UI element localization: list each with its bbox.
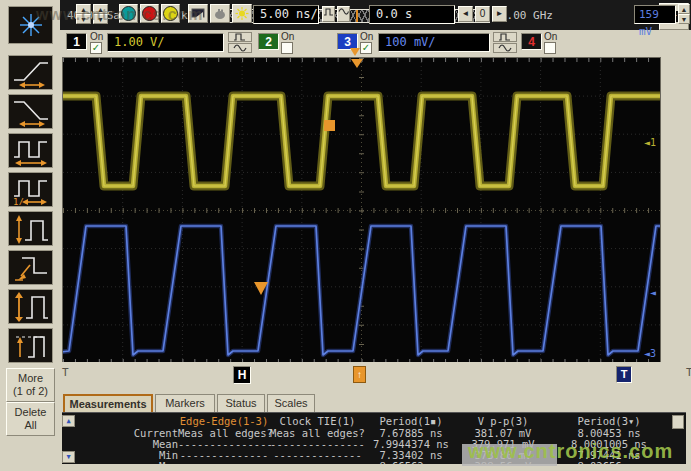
header-clock-tie: Clock TIE(1) — [270, 415, 365, 427]
horizontal-toolbar — [60, 362, 691, 394]
sine-icon[interactable] — [228, 43, 252, 53]
pulse-icon[interactable] — [493, 32, 517, 42]
screen-capture-button[interactable] — [188, 4, 208, 23]
table-row: Min -------------- -------------- 7.3340… — [78, 449, 678, 460]
channel-1-on-label: On — [90, 31, 103, 42]
bandwidth: 6.00 GHz — [500, 9, 553, 22]
bottom-strip — [60, 464, 691, 471]
svg-text:1/: 1/ — [13, 197, 24, 205]
trigger-level-spinner[interactable]: ▲▼ — [678, 4, 690, 26]
header-edge-edge: Edge-Edge(1-3) — [178, 415, 270, 427]
pulse-icon — [323, 7, 334, 16]
up-arrow-icon: ▲ — [76, 4, 91, 14]
fall-time-icon — [12, 97, 50, 127]
channel-1-scale-field[interactable]: 1.00 V/ — [107, 33, 224, 52]
header-vpp-3: V p-p(3) — [457, 415, 549, 427]
ch3-ground-marker: ◄3 — [644, 348, 656, 359]
channel-2-button[interactable]: 2 — [258, 33, 279, 50]
v-peak-peak-button[interactable] — [8, 289, 53, 324]
down-arrow-icon: ▼ — [93, 14, 108, 24]
timebase-field[interactable]: 5.00 ns/ — [253, 5, 319, 24]
screen-icon — [191, 8, 205, 20]
delay-left-button[interactable]: ◄ — [458, 6, 473, 22]
tab-status[interactable]: Status — [217, 394, 265, 412]
position-spinner-2[interactable]: ▲▼ — [93, 4, 108, 26]
delay-right-button[interactable]: ► — [492, 6, 507, 22]
ch1-ground-marker: ◄1 — [644, 137, 656, 148]
v-top-button[interactable] — [8, 328, 53, 363]
channel-2-checkbox[interactable] — [281, 42, 293, 54]
tab-markers[interactable]: Markers — [155, 394, 215, 412]
channel-1-coupling-buttons — [228, 32, 252, 52]
period-button[interactable] — [8, 133, 53, 168]
horizontal-menu-button[interactable]: H — [233, 366, 251, 384]
trigger-marker-button[interactable]: ↑ — [353, 366, 366, 383]
table-header-row: Edge-Edge(1-3) Clock TIE(1) Period(1▪) V… — [78, 415, 678, 426]
tab-measurements[interactable]: Measurements — [63, 394, 153, 412]
hand-icon — [213, 8, 227, 20]
channel-1-checkbox[interactable]: ✓ — [90, 42, 102, 54]
marker-t-label: T — [62, 366, 69, 379]
timebase-sine-button[interactable] — [337, 6, 350, 22]
channel-4-on-label: On — [544, 31, 557, 42]
sine-icon[interactable] — [493, 43, 517, 53]
teal-circle-icon — [121, 6, 136, 21]
header-period-3: Period(3▾) — [549, 415, 669, 427]
sine-icon — [338, 7, 349, 16]
oscilloscope-window: 40.0 GSa/s 2.00 kpts 6.00 GHz – www.cntr… — [0, 0, 691, 471]
v-top-icon — [12, 331, 50, 361]
up-arrow-icon: ▲ — [678, 4, 690, 14]
delete-all-button[interactable]: Delete All — [6, 402, 55, 436]
app-logo — [8, 6, 53, 44]
more-label: More — [7, 372, 54, 385]
frequency-button[interactable]: 1/ — [8, 172, 53, 207]
trigger-position-icon[interactable] — [350, 48, 360, 56]
grab-yellow-button[interactable] — [161, 4, 180, 23]
delay-field[interactable]: 0.0 s — [369, 5, 455, 24]
down-arrow-icon: ▼ — [678, 14, 690, 24]
trigger-menu-button[interactable]: T — [616, 366, 632, 383]
more-button[interactable]: More (1 of 2) — [6, 368, 55, 402]
grab-teal-button[interactable] — [119, 4, 138, 23]
waveform-display[interactable]: ◄1 ◄ ◄3 — [62, 57, 661, 364]
more-page: (1 of 2) — [7, 385, 54, 398]
channel-2-on-label: On — [281, 31, 294, 42]
v-peak-peak-icon — [12, 292, 50, 322]
preview-cursor[interactable] — [356, 10, 358, 22]
touch-button[interactable] — [210, 4, 230, 23]
scroll-down-icon[interactable]: ▼ — [62, 451, 75, 463]
trigger-level-field[interactable]: 159 mV — [634, 5, 676, 24]
channel-4-checkbox[interactable] — [544, 42, 556, 54]
rise-time-button[interactable] — [8, 55, 53, 90]
sun-icon — [235, 7, 249, 20]
scroll-up-icon[interactable]: ▲ — [62, 415, 75, 427]
waveform-grid-svg: ◄1 ◄ ◄3 — [63, 58, 660, 363]
period-icon — [12, 136, 50, 166]
grab-red-button[interactable] — [140, 4, 159, 23]
up-arrow-icon: ▲ — [93, 4, 108, 14]
position-spinner-1[interactable]: ▲▼ — [76, 4, 91, 26]
header-period-1: Period(1▪) — [365, 415, 457, 427]
channel-3-checkbox[interactable]: ✓ — [360, 42, 372, 54]
delay-zero-button[interactable]: 0 — [475, 6, 490, 22]
channel-4-button[interactable]: 4 — [521, 33, 542, 50]
brightness-button[interactable] — [232, 4, 252, 23]
timebase-pulse-button[interactable] — [322, 6, 335, 22]
fall-time-button[interactable] — [8, 94, 53, 129]
v-max-button[interactable] — [8, 211, 53, 246]
measurements-panel: ▲ ▼ Edge-Edge(1-3) Clock TIE(1) Period(1… — [62, 412, 686, 465]
channel-3-scale-field[interactable]: 100 mV/ — [378, 33, 490, 52]
table-row: Mean --------------- --------------- 7.9… — [78, 438, 678, 449]
tab-scales[interactable]: Scales — [267, 394, 315, 412]
watermark-highlight — [462, 444, 557, 466]
red-circle-icon — [142, 6, 157, 21]
delete-label: Delete — [7, 406, 54, 419]
yellow-circle-icon — [163, 6, 178, 21]
v-base-button[interactable] — [8, 250, 53, 285]
channel-1-button[interactable]: 1 — [66, 33, 87, 50]
channel-3-coupling-buttons — [493, 32, 517, 52]
ch3-trigger-arrow: ◄ — [650, 287, 656, 298]
rise-time-icon — [12, 58, 50, 88]
channel-3-on-label: On — [360, 31, 373, 42]
pulse-icon[interactable] — [228, 32, 252, 42]
